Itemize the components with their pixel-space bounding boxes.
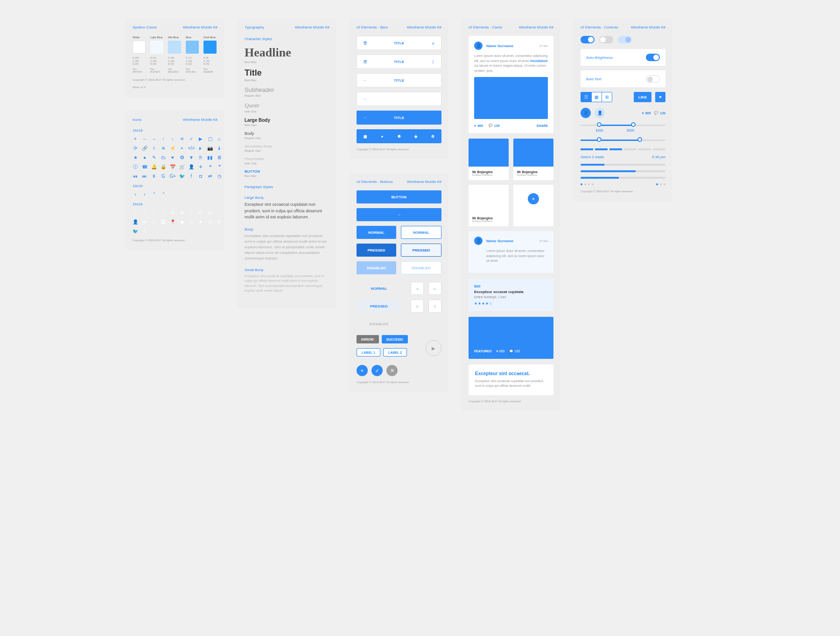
hashtag[interactable]: #incididunt [530, 59, 547, 63]
toggle[interactable] [646, 54, 660, 61]
heart-icon: ♥ [198, 219, 203, 225]
navbar-solid[interactable]: ← TITLE [357, 111, 441, 125]
avatar-icon[interactable]: 👤 [474, 237, 483, 245]
plus-icon[interactable]: + [528, 193, 539, 204]
button-outline-pressed[interactable]: PRESSED [401, 244, 441, 257]
fab-check[interactable]: ✓ [371, 365, 383, 376]
button-normal[interactable]: NORMAL [357, 226, 396, 239]
seg-tiles-icon[interactable]: ⊞ [602, 92, 612, 102]
button-text-pressed[interactable]: PRESSED [357, 300, 401, 313]
panel-title: System Colors [133, 25, 157, 29]
tab-icon[interactable]: ✺ [391, 134, 407, 139]
square-button-chevron-right[interactable]: › [411, 300, 424, 313]
mini-card-add[interactable]: + [513, 185, 553, 226]
panel-title: Icons [133, 118, 141, 122]
panel-kit: Wireframe Mobile Kit [631, 25, 665, 29]
seg-grid-icon[interactable]: ▦ [591, 92, 602, 102]
shuffle-icon: ⇄ [207, 174, 213, 179]
box-icon: ▢ [207, 136, 213, 142]
card-featured[interactable]: FEATURED ♥ 609 💬 120 [469, 317, 553, 359]
toggle-off[interactable] [599, 36, 613, 43]
panel-system-colors: System Colors Wireframe Mobile Kit White… [126, 19, 224, 97]
square-button-left[interactable]: ← [428, 282, 441, 295]
avatar-selected[interactable]: 👤 [581, 108, 591, 118]
button-outline-normal[interactable]: NORMAL [401, 226, 441, 239]
instagram-icon: ◘ [217, 219, 222, 225]
heart-button[interactable]: ♥ [655, 92, 665, 102]
pager[interactable] [581, 183, 665, 185]
quote-l-icon: ❝ [207, 164, 213, 170]
tab-icon[interactable]: ⚙ [424, 134, 441, 139]
chip-success[interactable]: SUCCESS! [382, 335, 408, 343]
card-listing[interactable]: $60 Excepteur occacat cupidata Entire ho… [469, 279, 553, 311]
panel-kit: Wireframe Mobile Kit [183, 118, 217, 122]
range-slider[interactable]: $300$500 [581, 125, 665, 132]
setting-bold-text[interactable]: Bold Text [581, 70, 665, 87]
square-button-right[interactable]: → [411, 282, 424, 295]
slider[interactable] [581, 140, 665, 141]
seats-label[interactable]: Select 2 seats [581, 155, 604, 159]
card-post[interactable]: 👤 Name Surname 1h ago Lorem ipsum dolor … [469, 36, 553, 133]
navbar-back-only[interactable]: ← [357, 92, 441, 106]
time-label[interactable]: 9:30 pm [652, 155, 665, 159]
chevron-up-icon: ˄ [151, 192, 157, 197]
mini-card[interactable]: Mr BojanglesRobbie Williams [513, 139, 553, 180]
toggle-on[interactable] [581, 36, 595, 43]
toggle[interactable] [646, 75, 660, 83]
arrow-up-icon: ↑ [161, 136, 166, 142]
setting-auto-brightness[interactable]: Auto-Brightness [581, 49, 665, 66]
copyright: Copyright © 2016-2017 All rights reserve… [133, 78, 217, 81]
mini-card[interactable]: Mr BojanglesRobbie Williams [469, 185, 509, 226]
avatar[interactable]: 👤 [595, 108, 605, 118]
navbar-menu-search[interactable]: ☰ TITLE ⌕ [357, 36, 441, 50]
button-primary[interactable]: BUTTON [357, 190, 441, 203]
columns-icon: ≣ [217, 155, 222, 161]
share-button[interactable]: SHARE [536, 124, 548, 127]
navbar-menu-more[interactable]: ☰ TITLE ⋮ [357, 55, 441, 69]
play-button[interactable]: ▶ [426, 340, 441, 356]
bell-icon: 🔔 [151, 164, 157, 170]
segmented-control[interactable]: ☰ ▦ ⊞ [581, 92, 612, 102]
like-button[interactable]: LIKE [634, 92, 651, 102]
search-icon[interactable]: ⌕ [430, 41, 436, 45]
card-text[interactable]: Excepteur sint occaecat. Excepteur sint … [469, 364, 553, 395]
fab-plus[interactable]: + [357, 365, 368, 376]
stat-likes[interactable]: ♥ 609 [642, 112, 651, 115]
menu-icon[interactable]: ☰ [362, 41, 368, 45]
skip-fwd-icon: ⏭ [142, 174, 147, 179]
back-icon[interactable]: ← [362, 97, 368, 101]
button-pressed[interactable]: PRESSED [357, 244, 396, 257]
tab-icon[interactable]: ● [374, 134, 391, 139]
close-icon: ✕ [170, 210, 175, 216]
chip-label-1[interactable]: LABEL 1 [357, 348, 380, 356]
square-button-chevron-left[interactable]: ‹ [428, 300, 441, 313]
refresh-icon: ⟳ [133, 146, 138, 151]
navbar-back-title[interactable]: ← TITLE [357, 73, 441, 87]
button-text-normal[interactable]: NORMAL [357, 282, 401, 295]
stat-comments[interactable]: 💬 120 [654, 111, 665, 115]
button-icon[interactable]: → [357, 208, 441, 221]
bolt-icon: ⚡ [170, 146, 175, 151]
back-icon[interactable]: ← [362, 78, 368, 83]
avatar-icon[interactable]: 👤 [474, 42, 483, 50]
section-label: Character Styles [245, 37, 329, 41]
tabbar[interactable]: ▦ ● ✺ ◆ ⚙ [357, 129, 441, 143]
menu-icon[interactable]: ☰ [362, 60, 368, 64]
comments[interactable]: 💬 120 [489, 124, 500, 127]
twitter-icon: 🐦 [133, 229, 138, 234]
arrow-right-icon: → [161, 210, 166, 216]
panel-kit: Wireframe Mobile Kit [407, 180, 441, 184]
chip-error[interactable]: ERROR! [357, 335, 379, 343]
mini-card[interactable]: Mr BojanglesRobbie Williams [469, 139, 509, 180]
more-icon[interactable]: ⋮ [430, 60, 436, 64]
fab-close[interactable]: ✕ [386, 365, 398, 376]
chip-label-2[interactable]: LABEL 2 [383, 348, 407, 356]
chevron-left-icon: ‹ [133, 192, 138, 197]
seg-list-icon[interactable]: ☰ [581, 92, 591, 102]
likes[interactable]: ♥ 609 [474, 124, 483, 127]
tab-icon[interactable]: ▦ [357, 134, 374, 139]
panel-kit: Wireframe Mobile Kit [183, 25, 217, 29]
chevron-right-icon: › [142, 192, 147, 197]
back-icon[interactable]: ← [362, 116, 368, 120]
tab-icon[interactable]: ◆ [407, 134, 424, 139]
